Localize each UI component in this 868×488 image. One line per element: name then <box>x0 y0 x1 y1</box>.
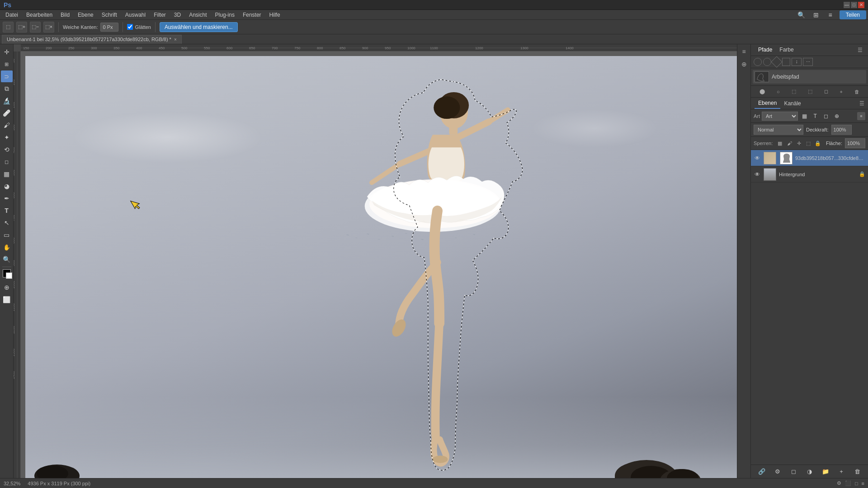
mask-from-path-btn[interactable]: ◻ <box>824 89 828 94</box>
crop-tool[interactable]: ⧉ <box>1 83 13 94</box>
filter-toggle-icon[interactable]: ≡ <box>857 112 865 120</box>
opacity-input[interactable] <box>831 125 852 135</box>
add-adjustment-btn[interactable]: ◑ <box>804 467 814 477</box>
menu-fenster[interactable]: Fenster <box>239 11 265 19</box>
workspace-icon[interactable]: ⊞ <box>811 9 821 20</box>
menu-3d[interactable]: 3D <box>170 11 184 19</box>
path-stroke-btn[interactable]: ○ <box>777 89 780 94</box>
foreground-color[interactable] <box>3 269 11 277</box>
statusbar-right-icon1[interactable]: ⚙ <box>837 480 841 486</box>
healing-tool[interactable]: 🩹 <box>1 107 13 119</box>
statusbar-right-icon3[interactable]: □ <box>855 481 858 486</box>
lasso-add-btn[interactable]: ⬚+ <box>16 22 27 33</box>
document-tab-close[interactable]: × <box>174 37 177 42</box>
lock-position-btn[interactable]: ✛ <box>795 139 803 147</box>
new-layer-btn[interactable]: + <box>836 467 846 477</box>
tab-ebenen[interactable]: Ebenen <box>755 98 780 109</box>
arbeitspfad-item[interactable]: Arbeitspfad <box>753 70 866 84</box>
menu-bild[interactable]: Bild <box>57 11 73 19</box>
dodge-tool[interactable]: ◕ <box>1 180 13 192</box>
clone-stamp-tool[interactable]: ✦ <box>1 131 13 143</box>
smooth-checkbox-label[interactable]: Glätten <box>127 24 151 30</box>
layer-1-visibility[interactable]: 👁 <box>754 171 761 178</box>
soft-edge-input[interactable] <box>100 23 118 32</box>
history-brush-tool[interactable]: ⟲ <box>1 144 13 155</box>
lock-artboard-btn[interactable]: ⬚ <box>804 139 812 147</box>
shape-tool[interactable]: ▭ <box>1 229 13 241</box>
statusbar-right-icon4[interactable]: ≡ <box>862 481 864 486</box>
screen-mode[interactable]: ⬜ <box>1 294 13 305</box>
lasso-tool[interactable]: ⊃ <box>1 70 13 82</box>
path-to-selection-btn[interactable]: ⬚ <box>792 89 796 94</box>
gradient-tool[interactable]: ▦ <box>1 168 13 180</box>
smooth-checkbox[interactable] <box>127 24 133 30</box>
eyedropper-tool[interactable]: 🔬 <box>1 95 13 107</box>
close-button[interactable]: ✕ <box>858 2 864 8</box>
align-btn[interactable]: ⫶ <box>792 58 802 66</box>
canvas-area[interactable]: 150 200 250 300 350 400 450 500 550 600 … <box>14 44 737 478</box>
zoom-tool[interactable]: 🔍 <box>1 253 13 265</box>
artboard-tool[interactable]: ⊞ <box>1 58 13 70</box>
fill-input[interactable] <box>845 138 865 148</box>
layer-item-0[interactable]: 👁 93db395218b057...330cfde8922cb <box>751 150 868 166</box>
lock-transparent-btn[interactable]: ▦ <box>776 139 784 147</box>
layer-type-filter[interactable]: Art Name Effekte Modus Attribut Farbe <box>762 112 798 121</box>
smart-layer-icon[interactable]: ⊕ <box>832 112 841 121</box>
menu-datei[interactable]: Datei <box>2 11 22 19</box>
lasso-new-btn[interactable]: ⬚ <box>3 22 14 33</box>
pen-tool[interactable]: ✒ <box>1 192 13 204</box>
tab-farbe[interactable]: Farbe <box>776 45 797 56</box>
minimize-button[interactable]: — <box>844 2 850 8</box>
layer-0-visibility[interactable]: 👁 <box>754 155 761 162</box>
quick-mask-mode[interactable]: ⊕ <box>1 282 13 293</box>
type-tool[interactable]: T <box>1 205 13 216</box>
delete-layer-btn[interactable]: 🗑 <box>852 467 862 477</box>
vector-mode-btn[interactable] <box>763 58 771 66</box>
menu-schrift[interactable]: Schrift <box>98 11 121 19</box>
brush-tool[interactable]: 🖌 <box>1 119 13 131</box>
share-button[interactable]: Teilen <box>840 10 866 19</box>
link-layers-btn[interactable]: 🔗 <box>757 467 767 477</box>
pixel-mode-btn[interactable] <box>754 58 762 66</box>
layer-item-1[interactable]: 👁 Hintergrund 🔒 <box>751 166 868 183</box>
pixel-layer-icon[interactable]: ▦ <box>800 112 809 121</box>
tab-kanaele[interactable]: Kanäle <box>780 99 804 108</box>
delete-path-btn[interactable]: 🗑 <box>854 89 859 94</box>
menu-auswahl[interactable]: Auswahl <box>122 11 149 19</box>
layers-menu-icon[interactable]: ☰ <box>859 100 864 107</box>
document-tab[interactable]: Unbenannt-1 bei 32,5% (93db395218b057271… <box>2 35 182 44</box>
rect-mode-btn[interactable] <box>782 58 790 66</box>
diamond-mode-btn[interactable] <box>771 56 782 67</box>
menu-ebene[interactable]: Ebene <box>74 11 97 19</box>
search-icon[interactable]: 🔍 <box>796 9 807 20</box>
menu-hilfe[interactable]: Hilfe <box>266 11 284 19</box>
new-path-btn[interactable]: + <box>840 89 843 94</box>
selection-to-path-btn[interactable]: ⬚ <box>808 89 812 94</box>
eraser-tool[interactable]: ◻ <box>1 156 13 168</box>
lock-paint-btn[interactable]: 🖌 <box>785 139 793 147</box>
panel-menu-icon[interactable]: ☰ <box>855 46 864 55</box>
type-layer-icon[interactable]: T <box>811 112 820 121</box>
shape-layer-icon[interactable]: ◻ <box>821 112 830 121</box>
hand-tool[interactable]: ✋ <box>1 241 13 253</box>
add-group-btn[interactable]: 📁 <box>821 467 830 477</box>
menu-bearbeiten[interactable]: Bearbeiten <box>23 11 56 19</box>
distribute-btn[interactable]: ⋯ <box>803 58 813 66</box>
background-color[interactable] <box>6 272 12 279</box>
tab-pfade[interactable]: Pfade <box>755 45 776 56</box>
add-style-btn[interactable]: ⚙ <box>773 467 783 477</box>
move-tool[interactable]: ✛ <box>1 46 13 58</box>
lock-all-btn[interactable]: 🔒 <box>814 139 822 147</box>
maximize-button[interactable]: □ <box>851 2 857 8</box>
menu-filter[interactable]: Filter <box>150 11 170 19</box>
layers-icon[interactable]: ≡ <box>739 46 750 57</box>
menu-plugins[interactable]: Plug-ins <box>212 11 238 19</box>
blend-mode-select[interactable]: Normal Aufhellen Abdunkeln Multipliziere… <box>754 125 803 135</box>
arrange-icon[interactable]: ≡ <box>825 9 836 20</box>
lasso-intersect-btn[interactable]: ⬚× <box>43 22 54 33</box>
statusbar-right-icon2[interactable]: ⬛ <box>845 480 851 486</box>
lasso-sub-btn[interactable]: ⬚− <box>30 22 41 33</box>
channels-icon[interactable]: ⊕ <box>739 59 750 70</box>
menu-ansicht[interactable]: Ansicht <box>185 11 210 19</box>
select-mask-button[interactable]: Auswählen und maskieren... <box>160 22 238 32</box>
